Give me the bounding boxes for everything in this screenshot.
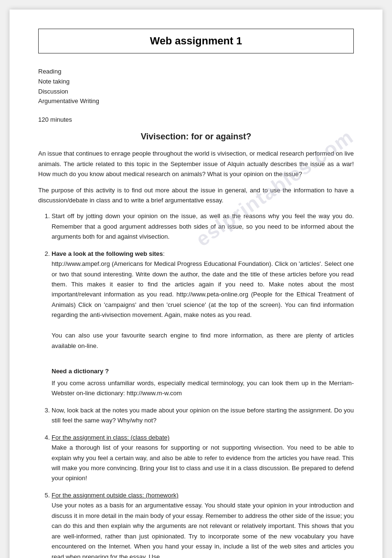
list-item-1: Start off by jotting down your opinion o… <box>52 211 354 242</box>
page: eslprintables.com Web assignment 1 Readi… <box>10 10 382 558</box>
skill-writing: Argumentative Writing <box>38 96 354 106</box>
list-item-2-para1: http://www.ampef.org (Americans for Medi… <box>52 260 354 318</box>
main-section-title: Vivisection: for or against? <box>38 132 354 142</box>
dictionary-text: If you come across unfamiliar words, esp… <box>52 378 354 399</box>
skill-reading: Reading <box>38 67 354 77</box>
list-item-5: For the assignment outside class: (homew… <box>52 490 354 558</box>
list-item-3-text: Now, look back at the notes you made abo… <box>52 407 354 424</box>
dictionary-title: Need a dictionary ? <box>52 366 354 376</box>
duration: 120 minutes <box>38 116 354 123</box>
list-item-5-label: For the assignment outside class: (homew… <box>52 492 179 499</box>
list-item-4-label: For the assignment in class: (class deba… <box>52 434 170 441</box>
skills-section: Reading Note taking Discussion Argumenta… <box>38 67 354 106</box>
skill-discussion: Discussion <box>38 87 354 97</box>
skill-notetaking: Note taking <box>38 77 354 87</box>
page-title: Web assignment 1 <box>48 35 344 47</box>
list-item-2-para2: You can also use your favourite search e… <box>52 332 354 349</box>
list-item-3: Now, look back at the notes you made abo… <box>52 405 354 426</box>
list-item-2-bold-label: Have a look at the following web sites <box>52 250 163 257</box>
list-item-4-text: Make a thorough list of your reasons for… <box>52 444 354 482</box>
list-item-5-text: Use your notes as a basis for an argumen… <box>52 502 354 558</box>
dictionary-subsection: Need a dictionary ? If you come across u… <box>52 366 354 399</box>
list-item-1-text: Start off by jotting down your opinion o… <box>52 212 354 240</box>
intro-paragraph-1: An issue that continues to enrage people… <box>38 148 354 179</box>
numbered-list: Start off by jotting down your opinion o… <box>38 211 354 558</box>
list-item-2-colon: : <box>163 250 165 257</box>
list-item-4: For the assignment in class: (class deba… <box>52 432 354 484</box>
list-item-2: Have a look at the following web sites: … <box>52 249 354 399</box>
title-box: Web assignment 1 <box>38 29 354 53</box>
intro-paragraph-2: The purpose of this activity is to find … <box>38 185 354 206</box>
